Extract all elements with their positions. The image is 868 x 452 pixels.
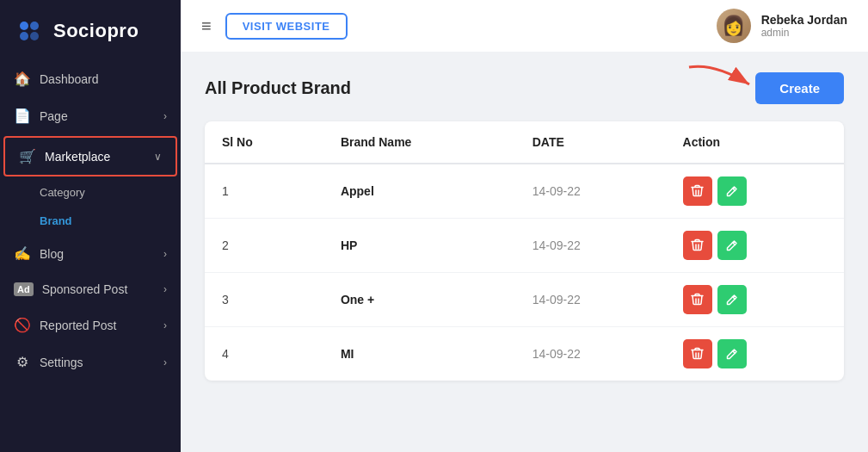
- cell-slno: 3: [205, 273, 323, 327]
- cell-brand: One +: [323, 273, 515, 327]
- edit-button[interactable]: [717, 285, 747, 314]
- table-body: 1 Appel 14-09-22: [205, 164, 844, 381]
- delete-button[interactable]: [683, 176, 712, 206]
- cell-action: [666, 327, 844, 381]
- sidebar-item-page-label: Page: [40, 109, 68, 123]
- user-info: Rebeka Jordan admin: [761, 13, 847, 39]
- cell-date: 14-09-22: [515, 164, 666, 219]
- settings-icon: ⚙: [14, 354, 31, 370]
- main-area: ≡ VISIT WEBSITE 👩 Rebeka Jordan admin Al…: [181, 0, 868, 452]
- table-row: 1 Appel 14-09-22: [205, 164, 844, 219]
- page-title: All Product Brand: [205, 78, 351, 98]
- content-area: All Product Brand Create Sl N: [181, 52, 868, 452]
- col-brand-name: Brand Name: [323, 121, 515, 164]
- table-header: Sl No Brand Name DATE Action: [205, 121, 844, 164]
- table-row: 4 MI 14-09-22: [205, 327, 844, 381]
- cell-action: [666, 273, 844, 327]
- svg-point-0: [20, 22, 28, 30]
- chevron-right-icon: ›: [163, 110, 167, 122]
- svg-point-2: [20, 32, 28, 40]
- sidebar-item-sponsored-post[interactable]: Ad Sponsored Post ›: [0, 272, 181, 306]
- chevron-right-reported-icon: ›: [163, 319, 167, 331]
- sidebar-item-dashboard[interactable]: 🏠 Dashboard: [0, 60, 181, 97]
- category-label: Category: [40, 186, 85, 199]
- sidebar-item-page[interactable]: 📄 Page ›: [0, 97, 181, 134]
- cell-action: [666, 219, 844, 273]
- avatar: 👩: [717, 9, 751, 43]
- cell-slno: 2: [205, 219, 323, 273]
- cell-action: [666, 164, 844, 219]
- user-role: admin: [761, 27, 847, 39]
- reported-icon: 🚫: [14, 317, 31, 333]
- cell-slno: 4: [205, 327, 323, 381]
- sidebar-item-category[interactable]: Category: [0, 178, 181, 207]
- sidebar-item-marketplace-label: Marketplace: [45, 150, 110, 164]
- header-right: 👩 Rebeka Jordan admin: [717, 9, 847, 43]
- logo-icon: [14, 15, 45, 46]
- edit-button[interactable]: [717, 231, 747, 260]
- chevron-down-icon: ∨: [154, 151, 162, 163]
- cell-brand: Appel: [323, 164, 515, 219]
- sidebar-logo: Sociopro: [0, 0, 181, 60]
- cell-slno: 1: [205, 164, 323, 219]
- brand-table: Sl No Brand Name DATE Action 1 Appel 14-…: [205, 121, 844, 381]
- cell-date: 14-09-22: [515, 273, 666, 327]
- page-header: All Product Brand Create: [205, 72, 844, 104]
- table-row: 2 HP 14-09-22: [205, 219, 844, 273]
- user-name: Rebeka Jordan: [761, 13, 847, 27]
- visit-website-button[interactable]: VISIT WEBSITE: [225, 13, 348, 40]
- page-icon: 📄: [14, 108, 31, 124]
- sidebar-nav: 🏠 Dashboard 📄 Page › 🛒 Marketplace ∨ Cat…: [0, 60, 181, 452]
- sidebar-item-blog[interactable]: ✍ Blog ›: [0, 235, 181, 272]
- sidebar-item-dashboard-label: Dashboard: [40, 72, 99, 86]
- edit-button[interactable]: [717, 176, 747, 206]
- sidebar-item-settings[interactable]: ⚙ Settings ›: [0, 344, 181, 381]
- header: ≡ VISIT WEBSITE 👩 Rebeka Jordan admin: [181, 0, 868, 52]
- sidebar-item-marketplace[interactable]: 🛒 Marketplace ∨: [3, 136, 177, 176]
- arrow-annotation: [680, 59, 766, 114]
- svg-point-1: [30, 22, 39, 30]
- cell-brand: MI: [323, 327, 515, 381]
- sponsored-icon: Ad: [14, 282, 34, 296]
- sidebar: Sociopro 🏠 Dashboard 📄 Page › 🛒 Marketpl…: [0, 0, 181, 452]
- col-slno: Sl No: [205, 121, 323, 164]
- chevron-right-blog-icon: ›: [163, 248, 167, 260]
- sidebar-item-reported-post[interactable]: 🚫 Reported Post ›: [0, 306, 181, 344]
- hamburger-icon[interactable]: ≡: [201, 16, 212, 36]
- create-button[interactable]: Create: [755, 72, 844, 104]
- chevron-right-sponsored-icon: ›: [163, 283, 167, 295]
- sidebar-item-sponsored-label: Sponsored Post: [42, 282, 128, 296]
- app-title: Sociopro: [53, 20, 139, 42]
- blog-icon: ✍: [14, 245, 31, 262]
- cell-date: 14-09-22: [515, 219, 666, 273]
- col-date: DATE: [515, 121, 666, 164]
- cell-date: 14-09-22: [515, 327, 666, 381]
- svg-point-3: [30, 32, 39, 40]
- chevron-right-settings-icon: ›: [163, 356, 167, 368]
- brand-table-container: Sl No Brand Name DATE Action 1 Appel 14-…: [205, 121, 844, 381]
- sidebar-item-settings-label: Settings: [40, 356, 83, 369]
- col-action: Action: [666, 121, 844, 164]
- marketplace-submenu: Category Brand: [0, 178, 181, 235]
- delete-button[interactable]: [683, 231, 712, 260]
- sidebar-item-reported-label: Reported Post: [40, 319, 117, 332]
- edit-button[interactable]: [717, 339, 747, 368]
- delete-button[interactable]: [683, 339, 712, 368]
- marketplace-icon: 🛒: [19, 148, 36, 164]
- table-row: 3 One + 14-09-22: [205, 273, 844, 327]
- sidebar-item-blog-label: Blog: [40, 247, 64, 261]
- header-left: ≡ VISIT WEBSITE: [201, 13, 348, 40]
- home-icon: 🏠: [14, 71, 31, 87]
- brand-label: Brand: [40, 214, 72, 227]
- delete-button[interactable]: [683, 285, 712, 314]
- cell-brand: HP: [323, 219, 515, 273]
- sidebar-item-brand[interactable]: Brand: [0, 207, 181, 235]
